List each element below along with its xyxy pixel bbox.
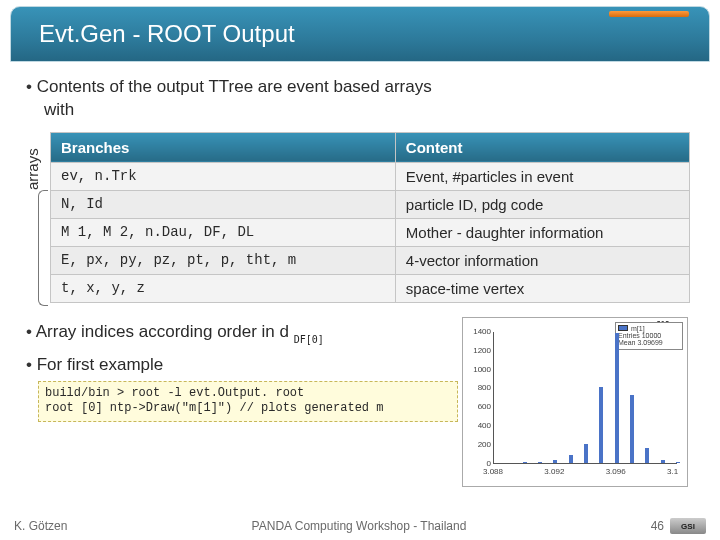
code-line: build/bin > root -l evt.Output. root (45, 386, 451, 402)
table-row: N, Idparticle ID, pdg code (51, 190, 690, 218)
df0-annotation: DF[0] (294, 334, 324, 345)
title-accent (609, 11, 689, 17)
lower-block: Array indices according order in d DF[0]… (26, 321, 694, 404)
col-branches: Branches (51, 132, 396, 162)
footer-venue: PANDA Computing Workshop - Thailand (252, 519, 467, 533)
mass-histogram: m[1] m[1] Entries 10000 Mean 3.09699 020… (462, 317, 688, 487)
arrays-label: arrays (24, 148, 41, 190)
slide-title-bar: Evt.Gen - ROOT Output (10, 6, 710, 62)
branches-table-wrap: arrays Branches Content ev, n.TrkEvent, … (50, 132, 694, 303)
footer-page: 46 (651, 519, 664, 533)
code-line: root [0] ntp->Draw("m[1]") // plots gene… (45, 401, 451, 417)
slide-title: Evt.Gen - ROOT Output (11, 20, 295, 48)
slide-footer: K. Götzen PANDA Computing Workshop - Tha… (0, 518, 720, 534)
chart-plot-area (493, 332, 677, 464)
root-code-box: build/bin > root -l evt.Output. root roo… (38, 381, 458, 422)
table-header-row: Branches Content (51, 132, 690, 162)
arrays-brace (38, 190, 48, 306)
table-row: E, px, py, pz, pt, p, tht, m4-vector inf… (51, 246, 690, 274)
branches-table: Branches Content ev, n.TrkEvent, #partic… (50, 132, 690, 303)
table-row: ev, n.TrkEvent, #particles in event (51, 162, 690, 190)
col-content: Content (395, 132, 689, 162)
table-row: t, x, y, zspace-time vertex (51, 274, 690, 302)
footer-author: K. Götzen (14, 519, 67, 533)
table-row: M 1, M 2, n.Dau, DF, DLMother - daughter… (51, 218, 690, 246)
intro-bullet: Contents of the output TTree are event b… (26, 76, 694, 122)
slide-body: Contents of the output TTree are event b… (0, 62, 720, 404)
gsi-logo: GSI (670, 518, 706, 534)
